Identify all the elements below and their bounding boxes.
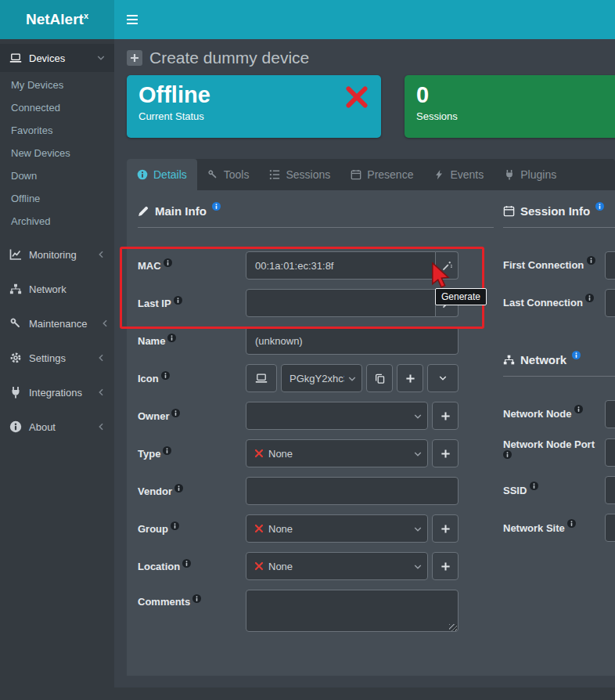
brand-name: NetAlert: [26, 11, 84, 28]
brand-logo[interactable]: NetAlertx: [0, 0, 114, 39]
last-connection-input[interactable]: [605, 289, 615, 317]
sidebar-toggle-button[interactable]: [126, 13, 138, 26]
plug-icon: [504, 169, 515, 180]
add-location-button[interactable]: [432, 552, 459, 580]
red-x-icon: [254, 524, 264, 533]
network-node-input[interactable]: [605, 400, 615, 428]
field-row-last-connection: Last Connection: [503, 289, 615, 317]
info-circle-icon: [9, 420, 22, 433]
type-select[interactable]: None: [246, 439, 428, 467]
tab-label: Details: [153, 168, 187, 181]
field-row-icon: Icon PGkgY2xhc3M: [138, 364, 494, 392]
chevron-down-icon: [439, 374, 447, 382]
add-group-button[interactable]: [432, 514, 459, 543]
network-node-port-label: Network Node Port: [503, 438, 605, 467]
sidebar-item-archived[interactable]: Archived: [0, 210, 114, 233]
copy-icon: [375, 373, 385, 384]
sidebar-item-settings[interactable]: Settings: [0, 344, 114, 372]
sessions-count: 0: [416, 82, 615, 108]
chevron-down-icon: [348, 375, 356, 383]
brand-sup: x: [84, 11, 88, 20]
add-icon-button[interactable]: [397, 364, 423, 392]
sidebar: Devices My Devices Connected Favorites N…: [0, 39, 114, 700]
vendor-input[interactable]: [246, 477, 459, 505]
copy-icon-button[interactable]: [366, 364, 393, 392]
network-section-header: Network: [503, 353, 615, 366]
devices-submenu: My Devices Connected Favorites New Devic…: [0, 72, 114, 240]
owner-select[interactable]: [246, 402, 428, 430]
generate-mac-button[interactable]: [436, 251, 459, 280]
network-node-port-input[interactable]: [605, 438, 615, 467]
icon-label: Icon: [138, 373, 246, 384]
section-title: Session Info: [520, 204, 590, 218]
sessions-label: Sessions: [416, 110, 615, 122]
laptop-icon: [255, 372, 268, 384]
gear-icon: [9, 352, 22, 364]
chevron-left-icon: [101, 319, 109, 327]
main-content: Create dummy device Offline Current Stat…: [114, 39, 615, 700]
right-column: Session Info First Connection Last Conne…: [503, 204, 615, 655]
tab-label: Presence: [367, 168, 413, 181]
list-icon: [269, 169, 280, 180]
top-navbar: NetAlertx: [0, 0, 615, 39]
section-title: Main Info: [155, 204, 207, 218]
sidebar-item-favorites[interactable]: Favorites: [0, 119, 114, 142]
sidebar-item-down[interactable]: Down: [0, 164, 114, 187]
icon-select[interactable]: PGkgY2xhc3M: [281, 364, 362, 392]
comments-area-wrap: [246, 590, 459, 635]
sidebar-item-monitoring[interactable]: Monitoring: [0, 240, 114, 269]
sidebar-item-label: Network: [29, 283, 67, 295]
mac-input[interactable]: [246, 251, 436, 280]
tab-events[interactable]: Events: [423, 159, 494, 190]
location-select[interactable]: None: [246, 552, 428, 580]
icon-preview-button[interactable]: [246, 364, 277, 392]
sidebar-item-integrations[interactable]: Integrations: [0, 378, 114, 406]
plus-icon: [405, 373, 415, 384]
name-input[interactable]: [246, 327, 459, 355]
ssid-input[interactable]: [605, 476, 615, 504]
comments-label: Comments: [138, 590, 246, 608]
chevron-down-icon: [97, 54, 105, 62]
icon-dropdown-button[interactable]: [427, 364, 459, 392]
sidebar-item-my-devices[interactable]: My Devices: [0, 74, 114, 96]
page-title-text: Create dummy device: [149, 49, 309, 67]
sidebar-item-connected[interactable]: Connected: [0, 96, 114, 119]
info-badge-icon: [163, 448, 171, 455]
tab-label: Tools: [224, 168, 250, 181]
chevron-left-icon: [97, 354, 105, 362]
group-select[interactable]: None: [246, 514, 428, 543]
add-type-button[interactable]: [432, 439, 459, 467]
first-connection-input[interactable]: [605, 251, 615, 280]
field-row-owner: Owner: [138, 402, 494, 430]
info-badge-icon: [567, 521, 576, 528]
sidebar-item-offline[interactable]: Offline: [0, 187, 114, 210]
sidebar-item-devices[interactable]: Devices: [0, 44, 114, 72]
comments-textarea[interactable]: [246, 590, 459, 632]
info-badge-icon: [192, 596, 201, 603]
last-connection-label: Last Connection: [503, 295, 605, 310]
sidebar-item-new-devices[interactable]: New Devices: [0, 142, 114, 164]
chevron-down-icon: [414, 450, 422, 458]
info-badge-icon: [212, 204, 221, 211]
tab-details[interactable]: Details: [127, 159, 197, 190]
main-info-header: Main Info: [138, 204, 494, 218]
chevron-left-icon: [97, 423, 105, 431]
tab-bar: Details Tools Sessions Presence Events P…: [127, 159, 615, 190]
network-site-input[interactable]: [605, 514, 615, 542]
info-badge-icon: [530, 483, 538, 490]
add-owner-button[interactable]: [432, 402, 459, 430]
sidebar-item-network[interactable]: Network: [0, 275, 114, 303]
status-boxes: Offline Current Status 0 Sessions: [114, 75, 615, 138]
sidebar-item-about[interactable]: About: [0, 413, 114, 441]
generate-ip-button[interactable]: [436, 289, 459, 317]
plus-icon: [441, 524, 451, 534]
tab-presence[interactable]: Presence: [340, 159, 423, 190]
info-badge-icon: [574, 406, 583, 413]
tab-plugins[interactable]: Plugins: [494, 159, 566, 190]
sidebar-item-maintenance[interactable]: Maintenance: [0, 309, 114, 337]
tab-tools[interactable]: Tools: [197, 159, 260, 190]
tab-sessions[interactable]: Sessions: [259, 159, 340, 190]
last-ip-input[interactable]: [246, 289, 436, 317]
page-title: Create dummy device: [127, 49, 602, 67]
info-badge-icon: [572, 353, 581, 359]
